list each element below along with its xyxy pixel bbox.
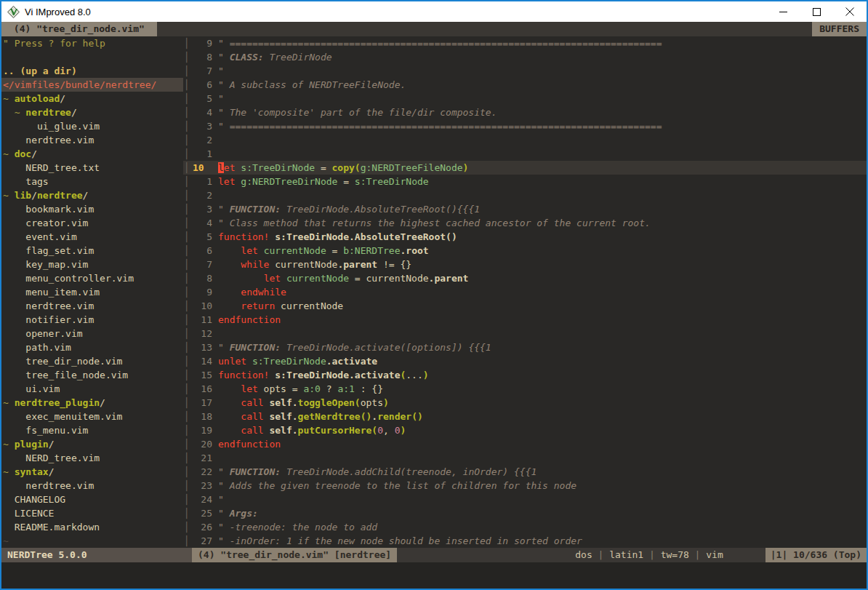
code-line[interactable]: │12 <box>183 327 867 340</box>
window-separator: │ <box>183 340 190 354</box>
window-separator: │ <box>183 175 190 188</box>
tree-item[interactable]: creator.vim <box>1 216 183 230</box>
tree-item[interactable]: ui_glue.vim <box>1 119 183 133</box>
tree-item[interactable]: tree_file_node.vim <box>1 368 183 382</box>
tree-item[interactable]: LICENCE <box>1 506 183 520</box>
code-line[interactable]: │3" ====================================… <box>183 119 867 133</box>
tree-item[interactable]: NERD_tree.vim <box>1 451 183 465</box>
tree-item[interactable]: ~ doc/ <box>1 147 183 161</box>
code-line[interactable]: │16 let opts = a:0 ? a:1 : {} <box>183 382 867 396</box>
code-line[interactable]: │7 while currentNode.parent != {} <box>183 258 867 271</box>
text-token: / <box>49 439 55 450</box>
code-line[interactable]: │8" CLASS: TreeDirNode <box>183 50 867 64</box>
tree-item[interactable]: bookmark.vim <box>1 202 183 216</box>
tree-item[interactable]: ~ autoload/ <box>1 92 183 105</box>
code-line[interactable]: │18 call self.getNerdtree().render() <box>183 410 867 423</box>
tree-item[interactable]: nerdtree.vim <box>1 299 183 313</box>
line-number: 27 <box>190 534 214 548</box>
tree-item[interactable]: README.markdown <box>1 520 183 534</box>
line-number: 8 <box>190 50 214 64</box>
window-separator: │ <box>183 313 190 327</box>
tree-item[interactable]: ~ lib/nerdtree/ <box>1 188 183 202</box>
editor-buffer[interactable]: │9" ====================================… <box>183 36 867 548</box>
tab-tree-dir-node[interactable]: (4) "tree_dir_node.vim" <box>1 22 157 36</box>
code-line[interactable]: │7" <box>183 64 867 78</box>
tree-item[interactable]: ~ plugin/ <box>1 437 183 451</box>
tree-item[interactable]: " Press ? for help <box>1 36 183 50</box>
text-token: g:NERDTreeFileNode <box>361 162 463 173</box>
code-line[interactable]: │6 let currentNode = b:NERDTree.root <box>183 244 867 258</box>
tree-item[interactable]: event.vim <box>1 230 183 244</box>
tree-item[interactable]: NERD_tree.txt <box>1 161 183 175</box>
close-button[interactable] <box>833 1 867 22</box>
text-token: endwhile <box>241 287 286 298</box>
tree-item[interactable]: ~ nerdtree_plugin/ <box>1 396 183 410</box>
tree-item[interactable]: .. (up a dir) <box>1 64 183 78</box>
code-line[interactable]: │27" -inOrder: 1 if the new node should … <box>183 534 867 548</box>
line-number: 25 <box>190 506 214 520</box>
code-line[interactable]: │13" FUNCTION: TreeDirNode.activate([opt… <box>183 340 867 354</box>
code-line[interactable]: │1 <box>183 147 867 161</box>
minimize-button[interactable] <box>766 1 800 22</box>
tree-item[interactable]: CHANGELOG <box>1 493 183 506</box>
tree-item[interactable]: exec_menuitem.vim <box>1 410 183 423</box>
tree-item[interactable]: menu_item.vim <box>1 285 183 299</box>
tabline: (4) "tree_dir_node.vim" BUFFERS <box>1 22 867 36</box>
command-line[interactable] <box>1 562 867 589</box>
text-token: ~ <box>3 93 15 104</box>
maximize-button[interactable] <box>800 1 833 22</box>
code-text: function! s:TreeDirNode.activate(...) <box>214 368 429 382</box>
text-token: " ======================================… <box>218 121 662 132</box>
code-line[interactable]: │2 <box>183 188 867 202</box>
code-line[interactable]: │4" Class method that returns the highes… <box>183 216 867 230</box>
code-line[interactable]: │10 return currentNode <box>183 299 867 313</box>
code-line[interactable]: │21 <box>183 451 867 465</box>
tree-item[interactable]: tags <box>1 175 183 188</box>
tree-item[interactable]: ~ syntax/ <box>1 465 183 479</box>
status-item: dos <box>575 549 592 560</box>
code-line-current[interactable]: │10let s:TreeDirNode = copy(g:NERDTreeFi… <box>183 161 867 175</box>
tree-item[interactable]: path.vim <box>1 340 183 354</box>
tree-item[interactable]: nerdtree.vim <box>1 479 183 493</box>
tree-item[interactable]: fs_menu.vim <box>1 423 183 437</box>
text-token: event.vim <box>3 231 77 242</box>
code-line[interactable]: │5function! s:TreeDirNode.AbsoluteTreeRo… <box>183 230 867 244</box>
tree-item[interactable]: tree_dir_node.vim <box>1 354 183 368</box>
code-line[interactable]: │5" <box>183 92 867 105</box>
code-line[interactable]: │9 endwhile <box>183 285 867 299</box>
code-line[interactable]: │1let g:NERDTreeDirNode = s:TreeDirNode <box>183 175 867 188</box>
line-number: 6 <box>190 78 214 92</box>
statusline: NERDTree 5.0.0 (4) "tree_dir_node.vim" [… <box>1 548 867 562</box>
tree-item[interactable]: nerdtree.vim <box>1 133 183 147</box>
window-separator: │ <box>183 534 190 548</box>
line-number: 3 <box>190 202 214 216</box>
tree-item[interactable]: ~ nerdtree/ <box>1 105 183 119</box>
nerdtree-panel[interactable]: " Press ? for help.. (up a dir)</vimfile… <box>1 36 183 548</box>
code-line[interactable]: │26" -treenode: the node to add <box>183 520 867 534</box>
code-line[interactable]: │4" The 'composite' part of the file/dir… <box>183 105 867 119</box>
code-line[interactable]: │2 <box>183 133 867 147</box>
code-line[interactable]: │22" FUNCTION: TreeDirNode.addChild(tree… <box>183 465 867 479</box>
code-line[interactable]: │19 call self.putCursorHere(0, 0) <box>183 423 867 437</box>
tree-root-item[interactable]: </vimfiles/bundle/nerdtree/ <box>1 78 183 92</box>
text-token: nerdtree_plugin <box>15 397 100 408</box>
code-line[interactable]: │15function! s:TreeDirNode.activate(...) <box>183 368 867 382</box>
code-line[interactable]: │6" A subclass of NERDTreeFileNode. <box>183 78 867 92</box>
tree-item[interactable]: opener.vim <box>1 327 183 340</box>
tree-item[interactable]: key_map.vim <box>1 258 183 271</box>
tree-item[interactable]: menu_controller.vim <box>1 271 183 285</box>
code-line[interactable]: │25" Args: <box>183 506 867 520</box>
code-line[interactable]: │20endfunction <box>183 437 867 451</box>
code-line[interactable]: │17 call self.toggleOpen(opts) <box>183 396 867 410</box>
code-line[interactable]: │9" ====================================… <box>183 36 867 50</box>
code-line[interactable]: │24" <box>183 493 867 506</box>
tree-item[interactable]: flag_set.vim <box>1 244 183 258</box>
tree-item[interactable]: notifier.vim <box>1 313 183 327</box>
code-line[interactable]: │14unlet s:TreeDirNode.activate <box>183 354 867 368</box>
code-line[interactable]: │23" Adds the given treenode to the list… <box>183 479 867 493</box>
code-line[interactable]: │8 let currentNode = currentNode.parent <box>183 271 867 285</box>
tree-item[interactable]: ui.vim <box>1 382 183 396</box>
code-line[interactable]: │11endfunction <box>183 313 867 327</box>
code-line[interactable]: │3" FUNCTION: TreeDirNode.AbsoluteTreeRo… <box>183 202 867 216</box>
tree-item[interactable]: ~ <box>1 534 183 548</box>
